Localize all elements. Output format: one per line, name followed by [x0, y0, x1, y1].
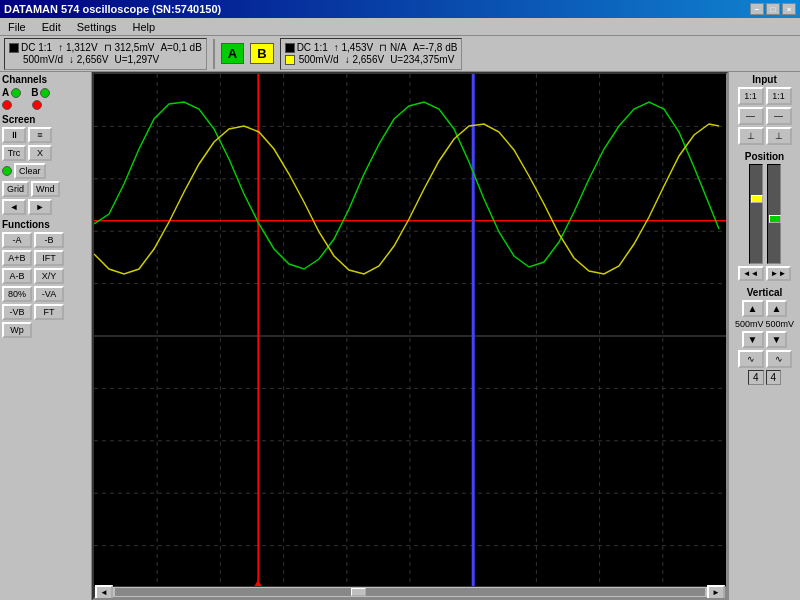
ch-b-dot — [32, 100, 42, 110]
neg-a-button[interactable]: -A — [2, 232, 32, 248]
input-btn-gnd-b[interactable]: ⊥ — [766, 127, 792, 145]
scroll-right-btn[interactable]: ► — [707, 585, 725, 600]
xy-button[interactable]: X/Y — [34, 268, 64, 284]
apb-button[interactable]: A+B — [2, 250, 32, 266]
x-button[interactable]: X — [28, 145, 52, 161]
channels-title: Channels — [2, 74, 89, 85]
horizontal-scrollbar[interactable]: ◄ ► — [94, 586, 726, 598]
ch-b-v3: ⊓ N/A — [379, 42, 406, 53]
menubar: File Edit Settings Help — [0, 18, 800, 36]
vert-down-a[interactable]: ▼ — [742, 331, 764, 348]
input-btn-dash-a[interactable]: — — [738, 107, 764, 125]
position-section: Position ◄◄ ►► — [731, 151, 798, 281]
position-title: Position — [731, 151, 798, 162]
separator-1 — [213, 39, 215, 69]
ch-a-v3: ⊓ 312,5mV — [104, 42, 155, 53]
scope-screen: ◄ ► — [92, 72, 728, 600]
input-title: Input — [731, 74, 798, 85]
ch-b-label: B — [31, 87, 38, 98]
input-btn-1-1-a[interactable]: 1:1 — [738, 87, 764, 105]
wnd-button[interactable]: Wnd — [31, 181, 60, 197]
ch-a-dot — [2, 100, 12, 110]
neg-va-button[interactable]: -VA — [34, 286, 64, 302]
scope-grid — [94, 74, 726, 598]
clear-button[interactable]: Clear — [14, 163, 46, 179]
ch-a-scale: 500mV/d — [23, 54, 63, 65]
ch-b-scale-box — [285, 55, 295, 65]
vert-up-a[interactable]: ▲ — [742, 300, 764, 317]
vert-num-b: 4 — [766, 370, 782, 385]
trc-button[interactable]: Trc — [2, 145, 26, 161]
minimize-button[interactable]: − — [750, 3, 764, 15]
vert-scale-a: 500mV — [735, 319, 764, 329]
menu-edit[interactable]: Edit — [38, 20, 65, 34]
functions-title: Functions — [2, 219, 89, 230]
wp-button[interactable]: Wp — [2, 322, 32, 338]
pause-button[interactable]: ⏸ — [2, 127, 26, 143]
pct80-button[interactable]: 80% — [2, 286, 32, 302]
scroll-right-button[interactable]: ► — [28, 199, 52, 215]
input-btn-gnd-a[interactable]: ⊥ — [738, 127, 764, 145]
vertical-title: Vertical — [731, 287, 798, 298]
pos-left-btn[interactable]: ◄◄ — [738, 266, 764, 281]
vertical-section: Vertical ▲ ▲ 500mV 500mV ▼ ▼ ∿ ∿ 4 4 — [731, 287, 798, 385]
ch-b-coupling: DC 1:1 — [297, 42, 328, 53]
neg-b-button[interactable]: -B — [34, 232, 64, 248]
menu-help[interactable]: Help — [128, 20, 159, 34]
input-btn-1-1-b[interactable]: 1:1 — [766, 87, 792, 105]
maximize-button[interactable]: □ — [766, 3, 780, 15]
functions-section: Functions -A -B A+B IFT A-B X/Y 80% -VA … — [2, 219, 89, 338]
vert-scale-b: 500mV — [766, 319, 795, 329]
neg-vb-button[interactable]: -VB — [2, 304, 32, 320]
window-controls: − □ × — [750, 3, 796, 15]
channels-section: Channels A B — [2, 74, 89, 110]
pos-slider-b[interactable] — [767, 164, 781, 264]
ch-b-v1: ↑ 1,453V — [334, 42, 373, 53]
grid-indicator — [2, 166, 12, 176]
lines-button[interactable]: ≡ — [28, 127, 52, 143]
ch-b-color-box — [285, 43, 295, 53]
ch-a-coupling: DC 1:1 — [21, 42, 52, 53]
input-btn-dash-b[interactable]: — — [766, 107, 792, 125]
vert-wave-a[interactable]: ∿ — [738, 350, 764, 368]
vert-wave-b[interactable]: ∿ — [766, 350, 792, 368]
ch-b-scale: 500mV/d — [299, 54, 339, 65]
ch-b-indicator — [40, 88, 50, 98]
scroll-left-button[interactable]: ◄ — [2, 199, 26, 215]
vert-down-b[interactable]: ▼ — [766, 331, 788, 348]
pos-slider-a[interactable] — [749, 164, 763, 264]
channel-b-status: DC 1:1 ↑ 1,453V ⊓ N/A A=-7,8 dB 500mV/d … — [280, 38, 463, 70]
screen-title: Screen — [2, 114, 89, 125]
right-panel: Input 1:1 1:1 — — ⊥ ⊥ Position — [728, 72, 800, 600]
scroll-thumb[interactable] — [351, 588, 366, 596]
vert-num-a: 4 — [748, 370, 764, 385]
left-panel: Channels A B Screen ⏸ ≡ Trc X — [0, 72, 92, 600]
status-bar: DC 1:1 ↑ 1,312V ⊓ 312,5mV A=0,1 dB 500mV… — [0, 36, 800, 72]
ch-a-label: A — [2, 87, 9, 98]
menu-settings[interactable]: Settings — [73, 20, 121, 34]
ch-a-att: A=0,1 dB — [160, 42, 201, 53]
titlebar: DATAMAN 574 oscilloscope (SN:5740150) − … — [0, 0, 800, 18]
a-marker: A — [221, 43, 244, 64]
scroll-left-btn[interactable]: ◄ — [95, 585, 113, 600]
main-layout: Channels A B Screen ⏸ ≡ Trc X — [0, 72, 800, 600]
ch-a-v2: ↓ 2,656V — [69, 54, 108, 65]
pos-right-btn[interactable]: ►► — [766, 266, 792, 281]
ch-a-color-box — [9, 43, 19, 53]
ch-b-v4: U=234,375mV — [390, 54, 454, 65]
ch-a-v4: U=1,297V — [115, 54, 160, 65]
channel-a-status: DC 1:1 ↑ 1,312V ⊓ 312,5mV A=0,1 dB 500mV… — [4, 38, 207, 70]
ift-button[interactable]: IFT — [34, 250, 64, 266]
ch-b-att: A=-7,8 dB — [413, 42, 458, 53]
input-section: Input 1:1 1:1 — — ⊥ ⊥ — [731, 74, 798, 145]
grid-button[interactable]: Grid — [2, 181, 29, 197]
menu-file[interactable]: File — [4, 20, 30, 34]
ch-a-v1: ↑ 1,312V — [58, 42, 97, 53]
b-marker: B — [250, 43, 273, 64]
amb-button[interactable]: A-B — [2, 268, 32, 284]
ft-button[interactable]: FT — [34, 304, 64, 320]
ch-b-v2: ↓ 2,656V — [345, 54, 384, 65]
close-button[interactable]: × — [782, 3, 796, 15]
ch-a-indicator — [11, 88, 21, 98]
vert-up-b[interactable]: ▲ — [766, 300, 788, 317]
